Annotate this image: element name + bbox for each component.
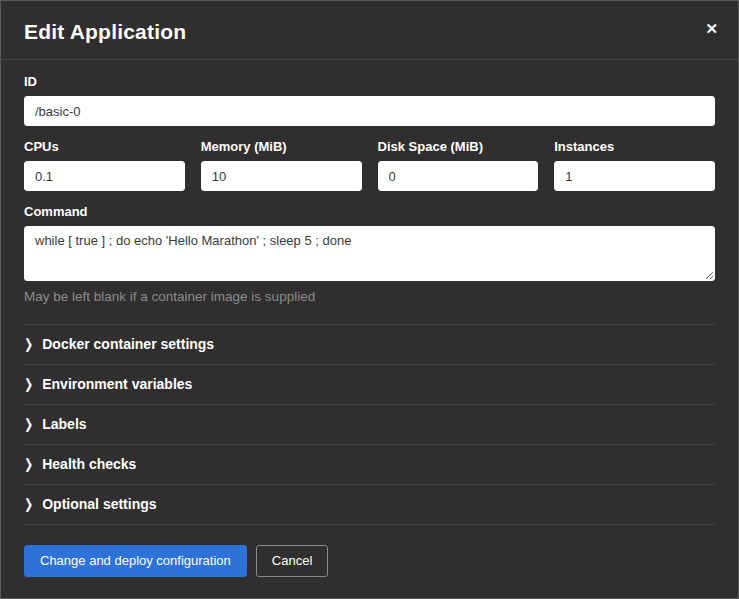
section-health-checks[interactable]: ❯ Health checks	[24, 444, 715, 484]
section-label: Optional settings	[42, 496, 156, 512]
chevron-right-icon: ❯	[24, 337, 33, 351]
section-labels[interactable]: ❯ Labels	[24, 404, 715, 444]
command-field-group: Command while [ true ] ; do echo 'Hello …	[24, 204, 715, 304]
cpus-field-group: CPUs	[24, 139, 185, 191]
instances-label: Instances	[554, 139, 715, 154]
id-field-group: ID	[24, 74, 715, 126]
section-label: Docker container settings	[42, 336, 214, 352]
chevron-right-icon: ❯	[24, 417, 33, 431]
memory-label: Memory (MiB)	[201, 139, 362, 154]
chevron-right-icon: ❯	[24, 457, 33, 471]
memory-input[interactable]	[201, 161, 362, 191]
modal-header: Edit Application ✕	[1, 1, 738, 60]
modal-title: Edit Application	[24, 20, 715, 44]
section-docker-container-settings[interactable]: ❯ Docker container settings	[24, 324, 715, 364]
disk-input[interactable]	[378, 161, 539, 191]
accordion-sections: ❯ Docker container settings ❯ Environmen…	[24, 324, 715, 525]
section-label: Environment variables	[42, 376, 192, 392]
modal-footer: Change and deploy configuration Cancel	[1, 530, 738, 598]
disk-field-group: Disk Space (MiB)	[378, 139, 539, 191]
resources-row: CPUs Memory (MiB) Disk Space (MiB) Insta…	[24, 139, 715, 191]
id-label: ID	[24, 74, 715, 89]
chevron-right-icon: ❯	[24, 497, 33, 511]
section-environment-variables[interactable]: ❯ Environment variables	[24, 364, 715, 404]
memory-field-group: Memory (MiB)	[201, 139, 362, 191]
modal-body: ID CPUs Memory (MiB) Disk Space (MiB) In…	[1, 60, 738, 530]
edit-application-modal: Edit Application ✕ ID CPUs Memory (MiB) …	[0, 0, 739, 599]
section-label: Health checks	[42, 456, 136, 472]
instances-input[interactable]	[554, 161, 715, 191]
cancel-button[interactable]: Cancel	[256, 545, 328, 577]
instances-field-group: Instances	[554, 139, 715, 191]
cpus-label: CPUs	[24, 139, 185, 154]
section-label: Labels	[42, 416, 86, 432]
command-textarea[interactable]: while [ true ] ; do echo 'Hello Marathon…	[24, 226, 715, 281]
section-optional-settings[interactable]: ❯ Optional settings	[24, 484, 715, 524]
id-input[interactable]	[24, 96, 715, 126]
chevron-right-icon: ❯	[24, 377, 33, 391]
command-label: Command	[24, 204, 715, 219]
cpus-input[interactable]	[24, 161, 185, 191]
command-help-text: May be left blank if a container image i…	[24, 289, 715, 304]
change-and-deploy-button[interactable]: Change and deploy configuration	[24, 545, 247, 577]
close-icon[interactable]: ✕	[701, 17, 722, 40]
disk-label: Disk Space (MiB)	[378, 139, 539, 154]
